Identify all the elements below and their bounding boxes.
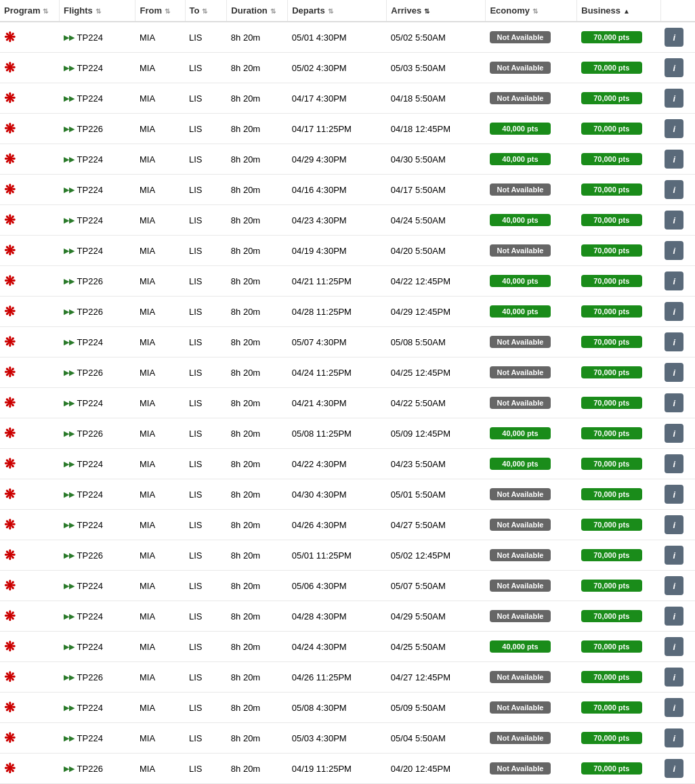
info-button[interactable]: i bbox=[665, 576, 683, 595]
info-button[interactable]: i bbox=[665, 607, 683, 626]
tap-program-icon: ❋ bbox=[4, 578, 16, 593]
info-button[interactable]: i bbox=[665, 363, 683, 382]
info-button[interactable]: i bbox=[665, 271, 683, 290]
to-cell: LIS bbox=[185, 205, 227, 236]
info-button[interactable]: i bbox=[665, 180, 683, 199]
business-badge: 70,000 pts bbox=[581, 701, 642, 714]
info-button[interactable]: i bbox=[665, 485, 683, 504]
info-button[interactable]: i bbox=[665, 728, 683, 747]
action-cell[interactable]: i bbox=[660, 662, 695, 693]
flight-number: TP224 bbox=[77, 337, 103, 347]
flight-number: TP226 bbox=[77, 276, 103, 286]
economy-badge: 40,000 pts bbox=[490, 214, 551, 226]
column-header-economy[interactable]: Economy ⇅ bbox=[486, 0, 577, 22]
info-button[interactable]: i bbox=[665, 28, 683, 47]
column-header-flights[interactable]: Flights ⇅ bbox=[60, 0, 135, 22]
action-cell[interactable]: i bbox=[660, 114, 695, 144]
info-button[interactable]: i bbox=[665, 58, 683, 77]
column-header-to[interactable]: To ⇅ bbox=[185, 0, 227, 22]
info-button[interactable]: i bbox=[665, 637, 683, 656]
info-button[interactable]: i bbox=[665, 89, 683, 108]
action-cell[interactable]: i bbox=[660, 449, 695, 479]
column-header-departs[interactable]: Departs ⇅ bbox=[288, 0, 387, 22]
to-cell: LIS bbox=[185, 175, 227, 205]
table-row: ❋ ▶▶ TP224 MIALIS8h 20m04/24 4:30PM04/25… bbox=[0, 632, 695, 662]
info-button[interactable]: i bbox=[665, 302, 683, 321]
duration-cell: 8h 20m bbox=[227, 297, 288, 327]
flight-cell: ▶▶ TP224 bbox=[60, 205, 135, 236]
info-button[interactable]: i bbox=[665, 119, 683, 138]
departs-cell: 04/26 11:25PM bbox=[288, 662, 387, 693]
program-cell: ❋ bbox=[0, 236, 60, 266]
sort-icon-economy: ⇅ bbox=[532, 7, 538, 15]
action-cell[interactable]: i bbox=[660, 236, 695, 266]
table-row: ❋ ▶▶ TP226 MIALIS8h 20m05/01 11:25PM05/0… bbox=[0, 540, 695, 571]
business-cell: 70,000 pts bbox=[577, 83, 661, 114]
action-cell[interactable]: i bbox=[660, 144, 695, 175]
business-badge: 70,000 pts bbox=[581, 762, 642, 775]
column-label-departs: Departs bbox=[292, 5, 324, 16]
action-cell[interactable]: i bbox=[660, 53, 695, 83]
tap-program-icon: ❋ bbox=[4, 30, 16, 45]
arrives-cell: 04/22 5:50AM bbox=[387, 388, 486, 418]
info-button[interactable]: i bbox=[665, 211, 683, 230]
action-cell[interactable]: i bbox=[660, 510, 695, 540]
action-cell[interactable]: i bbox=[660, 601, 695, 632]
action-cell[interactable]: i bbox=[660, 479, 695, 510]
arrives-cell: 04/20 5:50AM bbox=[387, 236, 486, 266]
economy-cell: 40,000 pts bbox=[486, 205, 577, 236]
column-header-from[interactable]: From ⇅ bbox=[135, 0, 185, 22]
action-cell[interactable]: i bbox=[660, 754, 695, 784]
flight-cell: ▶▶ TP224 bbox=[60, 53, 135, 83]
info-button[interactable]: i bbox=[665, 332, 683, 351]
business-cell: 70,000 pts bbox=[577, 601, 661, 632]
action-cell[interactable]: i bbox=[660, 205, 695, 236]
from-cell: MIA bbox=[135, 114, 185, 144]
column-header-arrives[interactable]: Arrives ⇅ bbox=[387, 0, 486, 22]
info-button[interactable]: i bbox=[665, 759, 683, 778]
action-cell[interactable]: i bbox=[660, 83, 695, 114]
info-button[interactable]: i bbox=[665, 515, 683, 534]
action-cell[interactable]: i bbox=[660, 357, 695, 388]
action-cell[interactable]: i bbox=[660, 693, 695, 723]
column-header-duration[interactable]: Duration ⇅ bbox=[227, 0, 288, 22]
program-cell: ❋ bbox=[0, 571, 60, 601]
economy-cell: 40,000 pts bbox=[486, 418, 577, 449]
flight-number: TP226 bbox=[77, 764, 103, 774]
departs-cell: 04/22 4:30PM bbox=[288, 449, 387, 479]
to-cell: LIS bbox=[185, 449, 227, 479]
economy-badge: Not Available bbox=[490, 336, 551, 348]
from-cell: MIA bbox=[135, 479, 185, 510]
duration-cell: 8h 20m bbox=[227, 53, 288, 83]
info-button[interactable]: i bbox=[665, 546, 683, 565]
action-cell[interactable]: i bbox=[660, 22, 695, 53]
duration-cell: 8h 20m bbox=[227, 205, 288, 236]
info-button[interactable]: i bbox=[665, 454, 683, 473]
column-header-business[interactable]: Business ▲ bbox=[577, 0, 661, 22]
duration-cell: 8h 20m bbox=[227, 22, 288, 53]
action-cell[interactable]: i bbox=[660, 327, 695, 357]
action-cell[interactable]: i bbox=[660, 723, 695, 754]
flight-cell: ▶▶ TP226 bbox=[60, 418, 135, 449]
action-cell[interactable]: i bbox=[660, 571, 695, 601]
column-header-program[interactable]: Program ⇅ bbox=[0, 0, 60, 22]
flight-number: TP224 bbox=[77, 215, 103, 225]
action-cell[interactable]: i bbox=[660, 266, 695, 297]
action-cell[interactable]: i bbox=[660, 388, 695, 418]
info-button[interactable]: i bbox=[665, 241, 683, 260]
action-cell[interactable]: i bbox=[660, 175, 695, 205]
economy-cell: Not Available bbox=[486, 723, 577, 754]
info-button[interactable]: i bbox=[665, 150, 683, 169]
departs-cell: 04/17 11:25PM bbox=[288, 114, 387, 144]
info-button[interactable]: i bbox=[665, 393, 683, 412]
info-button[interactable]: i bbox=[665, 668, 683, 687]
business-cell: 70,000 pts bbox=[577, 510, 661, 540]
info-button[interactable]: i bbox=[665, 424, 683, 443]
to-cell: LIS bbox=[185, 114, 227, 144]
info-button[interactable]: i bbox=[665, 698, 683, 717]
action-cell[interactable]: i bbox=[660, 297, 695, 327]
action-cell[interactable]: i bbox=[660, 540, 695, 571]
action-cell[interactable]: i bbox=[660, 418, 695, 449]
action-cell[interactable]: i bbox=[660, 632, 695, 662]
departs-cell: 04/16 4:30PM bbox=[288, 175, 387, 205]
